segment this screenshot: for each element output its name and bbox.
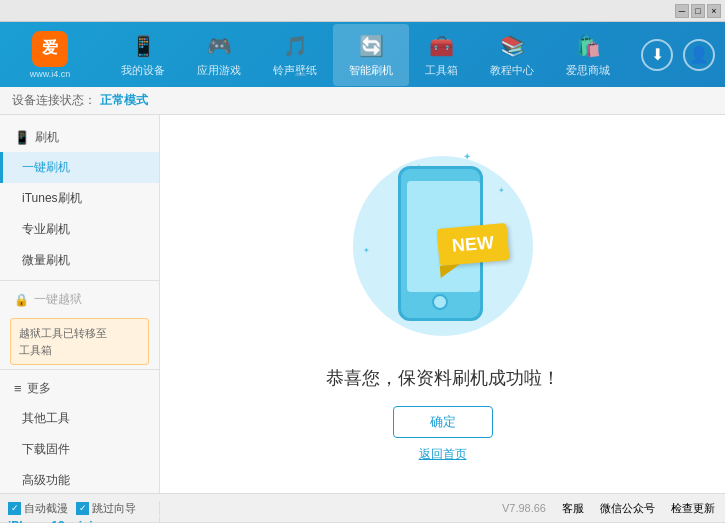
sidebar-section-more: ≡ 更多 xyxy=(0,374,159,403)
nav-my-device[interactable]: 📱 我的设备 xyxy=(105,24,181,86)
flash-section-icon: 📱 xyxy=(14,130,30,145)
apps-games-icon: 🎮 xyxy=(205,32,233,60)
ringtones-icon: 🎵 xyxy=(281,32,309,60)
tutorials-icon: 📚 xyxy=(498,32,526,60)
sidebar-item-download-firmware[interactable]: 下载固件 xyxy=(0,434,159,465)
checkbox-area: ✓ 自动截漫 ✓ 跳过向导 xyxy=(0,501,160,516)
device-name: iPhone 12 mini xyxy=(8,519,151,523)
sidebar-section-flash: 📱 刷机 xyxy=(0,123,159,152)
my-device-label: 我的设备 xyxy=(121,63,165,78)
logo: 爱 www.i4.cn xyxy=(10,31,90,79)
auto-flash-checkbox[interactable]: ✓ 自动截漫 xyxy=(8,501,68,516)
status-bar: 设备连接状态： 正常模式 xyxy=(0,87,725,115)
my-device-icon: 📱 xyxy=(129,32,157,60)
store-label: 爱思商城 xyxy=(566,63,610,78)
download-button[interactable]: ⬇ xyxy=(641,39,673,71)
toolbox-label: 工具箱 xyxy=(425,63,458,78)
apps-games-label: 应用游戏 xyxy=(197,63,241,78)
jailbreak-label: 一键越狱 xyxy=(34,291,82,308)
wechat-link[interactable]: 微信公众号 xyxy=(600,501,655,516)
header-right: ⬇ 👤 xyxy=(641,39,715,71)
nav-tutorials[interactable]: 📚 教程中心 xyxy=(474,24,550,86)
version-text: V7.98.66 xyxy=(502,502,546,514)
auto-flash-check: ✓ xyxy=(8,502,21,515)
tutorials-label: 教程中心 xyxy=(490,63,534,78)
auto-flash-label: 自动截漫 xyxy=(24,501,68,516)
user-button[interactable]: 👤 xyxy=(683,39,715,71)
guide-checkbox[interactable]: ✓ 跳过向导 xyxy=(76,501,136,516)
success-message: 恭喜您，保资料刷机成功啦！ xyxy=(326,366,560,390)
nav-toolbox[interactable]: 🧰 工具箱 xyxy=(409,24,474,86)
maximize-button[interactable]: □ xyxy=(691,4,705,18)
main-content: ✦ ✦ ✦ ✦ NEW 恭喜您，保资料刷机成功啦！ 确定 返回首页 xyxy=(160,115,725,493)
nav-bar: 📱 我的设备 🎮 应用游戏 🎵 铃声壁纸 🔄 智能刷机 🧰 工具箱 📚 教程中心… xyxy=(90,24,641,86)
guide-check: ✓ xyxy=(76,502,89,515)
sidebar-item-pro-flash[interactable]: 专业刷机 xyxy=(0,214,159,245)
header: 爱 www.i4.cn 📱 我的设备 🎮 应用游戏 🎵 铃声壁纸 🔄 智能刷机 … xyxy=(0,22,725,87)
sidebar-locked-jailbreak: 🔒 一键越狱 xyxy=(0,285,159,314)
close-button[interactable]: × xyxy=(707,4,721,18)
smart-flash-label: 智能刷机 xyxy=(349,63,393,78)
nav-ringtones[interactable]: 🎵 铃声壁纸 xyxy=(257,24,333,86)
bottom-bar: ✓ 自动截漫 ✓ 跳过向导 V7.98.66 客服 微信公众号 检查更新 iPh… xyxy=(0,493,725,523)
sparkle-3: ✦ xyxy=(498,186,505,195)
main-layout: 📱 刷机 一键刷机 iTunes刷机 专业刷机 微量刷机 🔒 一键越狱 越狱工具… xyxy=(0,115,725,493)
go-back-link[interactable]: 返回首页 xyxy=(419,446,467,463)
sidebar-item-itunes-flash[interactable]: iTunes刷机 xyxy=(0,183,159,214)
sidebar: 📱 刷机 一键刷机 iTunes刷机 专业刷机 微量刷机 🔒 一键越狱 越狱工具… xyxy=(0,115,160,493)
store-icon: 🛍️ xyxy=(574,32,602,60)
confirm-button[interactable]: 确定 xyxy=(393,406,493,438)
sidebar-item-other-tools[interactable]: 其他工具 xyxy=(0,403,159,434)
ringtones-label: 铃声壁纸 xyxy=(273,63,317,78)
toolbox-icon: 🧰 xyxy=(428,32,456,60)
new-badge: NEW xyxy=(436,223,509,266)
smart-flash-icon: 🔄 xyxy=(357,32,385,60)
window-controls[interactable]: ─ □ × xyxy=(675,4,721,18)
status-label: 设备连接状态： xyxy=(12,92,96,109)
flash-section-title: 刷机 xyxy=(35,129,59,146)
phone-illustration: ✦ ✦ ✦ ✦ NEW xyxy=(343,146,543,346)
nav-store[interactable]: 🛍️ 爱思商城 xyxy=(550,24,626,86)
sparkle-4: ✦ xyxy=(363,246,370,255)
nav-smart-flash[interactable]: 🔄 智能刷机 xyxy=(333,24,409,86)
nav-apps-games[interactable]: 🎮 应用游戏 xyxy=(181,24,257,86)
check-update-link[interactable]: 检查更新 xyxy=(671,501,715,516)
device-area: iPhone 12 mini 64GB Down-12mini-13.1 xyxy=(0,517,160,523)
guide-label: 跳过向导 xyxy=(92,501,136,516)
logo-icon: 爱 xyxy=(32,31,68,67)
sidebar-item-one-key-flash[interactable]: 一键刷机 xyxy=(0,152,159,183)
sidebar-item-advanced[interactable]: 高级功能 xyxy=(0,465,159,493)
minimize-button[interactable]: ─ xyxy=(675,4,689,18)
lock-icon: 🔒 xyxy=(14,293,29,307)
sparkle-2: ✦ xyxy=(463,151,471,162)
customer-service-link[interactable]: 客服 xyxy=(562,501,584,516)
phone-home-button xyxy=(432,294,448,310)
more-section-title: 更多 xyxy=(27,380,51,397)
sidebar-divider-2 xyxy=(0,369,159,370)
sidebar-divider-1 xyxy=(0,280,159,281)
footer-right: V7.98.66 客服 微信公众号 检查更新 xyxy=(502,501,725,516)
status-value: 正常模式 xyxy=(100,92,148,109)
sidebar-item-micro-flash[interactable]: 微量刷机 xyxy=(0,245,159,276)
logo-text: www.i4.cn xyxy=(30,69,71,79)
sidebar-notice: 越狱工具已转移至工具箱 xyxy=(10,318,149,365)
more-section-icon: ≡ xyxy=(14,381,22,396)
title-bar: ─ □ × xyxy=(0,0,725,22)
